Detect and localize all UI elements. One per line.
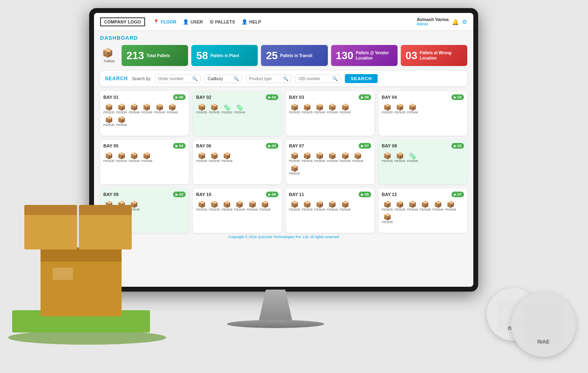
pallet-item-bay10-1[interactable]: 📦PID5035 [209,200,220,211]
pallet-item-bay11-4[interactable]: 📦PID5046 [340,200,351,211]
bay-card-bay03[interactable]: BAY 0305📦PID5035📦PID5035📦PID5046📦PID5046… [286,91,374,136]
pallet-item-bay07-1[interactable]: 📦PID5035 [301,152,312,163]
pallet-item-bay03-2[interactable]: 📦PID5046 [314,103,325,114]
pallet-item-bay02-1[interactable]: 📦PID5035 [209,103,220,114]
pallet-icon-bay01-6: 📦 [105,116,113,124]
pallet-item-bay07-2[interactable]: 📦PID5046 [314,152,325,163]
pallet-item-bay12-3[interactable]: 📦PID5046 [420,200,431,211]
bay-card-bay11[interactable]: BAY 1105📦PID5035📦PID5035📦PID5046📦PID5046… [286,188,374,233]
pallet-item-bay10-4[interactable]: 📦PID5046 [247,200,258,211]
stat-total-pallets[interactable]: 213 Total Pallets [122,45,188,66]
pallets-decoration-label: Pallets [104,59,115,63]
pallet-label-bay02-3: PID5046 [234,111,245,114]
pallet-item-bay05-3[interactable]: 📦PID5046 [141,152,152,163]
pallet-icon-bay12-5: 📦 [447,200,455,208]
pallet-item-bay03-4[interactable]: 📦PID5046 [340,103,351,114]
nav-item-user[interactable]: 👤 USER [183,19,203,25]
bay-card-bay10[interactable]: BAY 1006📦PID5035📦PID5035📦PID5046📦PID5046… [193,188,282,233]
pallet-label-bay10-5: PID5046 [259,208,270,211]
product-name-input[interactable] [207,77,232,81]
pallet-item-bay11-3[interactable]: 📦PID5046 [327,200,338,211]
bay-card-bay07[interactable]: BAY 0707📦PID5035📦PID5035📦PID5046📦PID5046… [286,140,374,184]
pallet-item-bay11-1[interactable]: 📦PID5035 [301,200,312,211]
bay-count-bay03: 05 [359,94,371,100]
bay-title-bay08: BAY 08 [382,143,397,148]
pallet-item-bay07-6[interactable]: 📦PID5035 [289,164,300,175]
bay-card-bay02[interactable]: BAY 0204📦PID5035📦PID5035🏷️PID5062🏷️PID50… [193,91,282,136]
pallet-item-bay05-1[interactable]: 📦PID5035 [116,152,127,163]
pallet-item-bay01-1[interactable]: 📦PID5035 [116,103,127,114]
bay-count-bay09: 03 [173,192,186,197]
pallet-item-bay08-2[interactable]: 🏷️PID5046 [407,152,418,163]
bay-card-bay01[interactable]: BAY 0108📦PID5035📦PID5035📦PID5046📦PID5046… [100,91,189,136]
pallet-label-bay04-2: PID5046 [407,111,418,114]
stat-transit-pallets[interactable]: 25 Pallets in Transit [261,45,327,66]
pallet-item-bay02-2[interactable]: 🏷️PID5062 [222,103,233,114]
settings-icon[interactable]: ⚙ [462,19,467,25]
bay-card-bay04[interactable]: BAY 0403📦PID5035📦PID5035📦PID5046 [378,91,467,136]
nav-item-pallets[interactable]: ⊙ PALLETS [210,19,235,25]
company-logo[interactable]: COMPANY LOGO [100,17,145,26]
pallet-item-bay12-0[interactable]: 📦PID5035 [382,200,393,211]
pallet-item-bay03-0[interactable]: 📦PID5035 [289,103,300,114]
pallet-item-bay02-3[interactable]: 🏷️PID5046 [234,103,245,114]
bay-card-bay12[interactable]: BAY 1207📦PID5035📦PID5035📦PID5046📦PID5046… [378,188,467,233]
pallet-item-bay01-0[interactable]: 📦PID5035 [103,103,114,114]
pallet-item-bay07-3[interactable]: 📦PID5046 [327,152,338,163]
pallet-item-bay12-1[interactable]: 📦PID5035 [394,200,405,211]
pallet-item-bay07-5[interactable]: 📦PID5046 [352,152,363,163]
search-by-label: Search by: [132,77,152,81]
pallet-item-bay10-3[interactable]: 📦PID5046 [234,200,245,211]
pallet-item-bay08-0[interactable]: 📦PID5035 [382,152,393,163]
pallet-item-bay08-1[interactable]: 📦PID5035 [394,152,405,163]
pallet-item-bay01-6[interactable]: 📦PID5035 [103,116,114,127]
pallet-item-bay10-0[interactable]: 📦PID5035 [196,200,207,211]
search-button[interactable]: SEARCH [345,74,377,83]
pallet-item-bay12-5[interactable]: 📦PID5046 [445,200,456,211]
pallet-label-bay05-3: PID5046 [141,160,152,163]
product-type-input[interactable] [249,77,281,81]
pallet-item-bay05-0[interactable]: 📦PID5035 [103,152,114,163]
pallet-item-bay06-1[interactable]: 📦PID5035 [209,152,220,163]
stat-vendor-pallets[interactable]: 130 Pallets @ Vendor Location [331,45,398,66]
pallet-item-bay03-1[interactable]: 📦PID5035 [301,103,312,114]
pallet-item-bay01-7[interactable]: 📦PID5046 [116,116,127,127]
order-number-input[interactable] [158,77,190,81]
stat-plant-pallets[interactable]: 58 Pallets in Plant [191,45,258,66]
pallet-item-bay01-5[interactable]: 📦PID5046 [167,103,177,114]
pallet-item-bay12-2[interactable]: 📦PID5046 [407,200,418,211]
bell-icon[interactable]: 🔔 [452,19,459,25]
pallet-item-bay11-0[interactable]: 📦PID5035 [289,200,300,211]
pallet-item-bay02-0[interactable]: 📦PID5035 [196,103,207,114]
nav-item-help[interactable]: 👤 HELP [242,19,261,25]
product-type-search-icon: 🔍 [283,76,289,81]
pallet-item-bay04-0[interactable]: 📦PID5035 [382,103,393,114]
pallet-item-bay10-2[interactable]: 📦PID5046 [222,200,233,211]
pallet-item-bay01-4[interactable]: 📦PID5046 [154,103,165,114]
product-name-input-group: 🔍 [205,75,242,83]
pallet-item-bay07-0[interactable]: 📦PID5035 [289,152,300,163]
pallet-item-bay01-3[interactable]: 📦PID5046 [141,103,152,114]
pallet-icon-bay11-2: 📦 [316,200,324,208]
bay-card-bay08[interactable]: BAY 0803📦PID5035📦PID5035🏷️PID5046 [378,140,467,184]
pallet-item-bay07-4[interactable]: 📦PID5046 [340,152,351,163]
pallet-item-bay12-4[interactable]: 📦PID5046 [432,200,443,211]
pallet-item-bay06-2[interactable]: 📦PID5046 [222,152,233,163]
pallet-icon-bay04-0: 📦 [383,103,391,111]
pallet-item-bay04-1[interactable]: 📦PID5035 [394,103,405,114]
pallet-item-bay10-5[interactable]: 📦PID5046 [259,200,270,211]
stat-wrong-pallets[interactable]: 03 Pallets at Wrong Location [401,45,467,66]
bay-title-bay05: BAY 05 [103,143,118,148]
pallet-icon-bay10-5: 📦 [261,200,269,208]
nav-item-floor[interactable]: 📍 FLOOR [153,19,177,25]
bay-card-bay06[interactable]: BAY 0603📦PID5035📦PID5035📦PID5046 [193,140,282,184]
pallet-item-bay12-6[interactable]: 📦PID5035 [382,213,393,224]
pallet-item-bay05-2[interactable]: 📦PID5046 [129,152,140,163]
pallet-item-bay03-3[interactable]: 📦PID5046 [327,103,338,114]
pallet-item-bay04-2[interactable]: 📦PID5046 [407,103,418,114]
pallet-item-bay01-2[interactable]: 📦PID5046 [129,103,140,114]
bay-card-bay05[interactable]: BAY 0504📦PID5035📦PID5035📦PID5046📦PID5046 [100,140,189,184]
uid-input[interactable] [298,77,331,81]
pallet-item-bay11-2[interactable]: 📦PID5046 [314,200,325,211]
pallet-item-bay06-0[interactable]: 📦PID5035 [196,152,207,163]
